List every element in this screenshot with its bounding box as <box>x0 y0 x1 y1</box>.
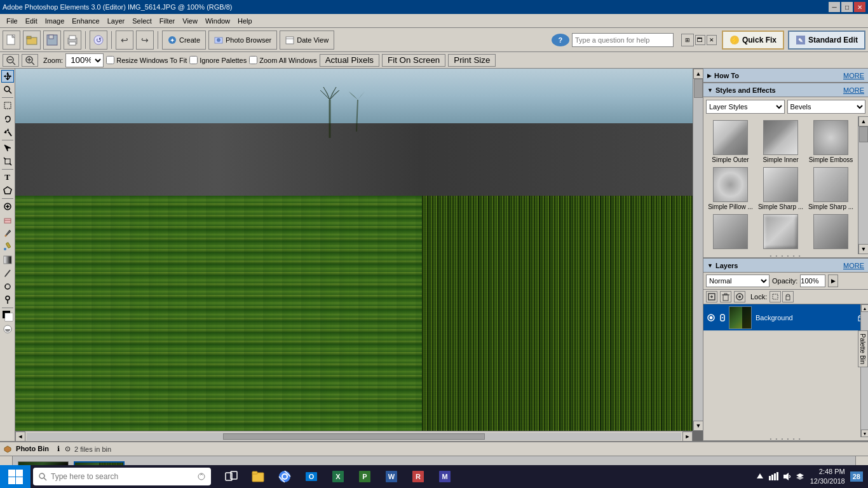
taskbar-notification-badge[interactable]: 28 <box>850 471 863 482</box>
menu-enhance[interactable]: Enhance <box>68 16 103 26</box>
layers-scroll-down[interactable]: ▼ <box>861 430 868 437</box>
taskbar-app-custom1[interactable]: R <box>405 465 431 488</box>
style-item-simple-emboss[interactable]: Simple Emboss <box>808 120 854 163</box>
ignore-palettes-checkbox[interactable] <box>189 56 198 64</box>
opacity-input[interactable] <box>800 274 825 287</box>
layer-item-background[interactable]: Background <box>703 304 868 331</box>
photo-bin-status-icon[interactable]: ⊙ <box>63 445 72 454</box>
zoom-in-button[interactable] <box>22 54 38 67</box>
tool-quick-mask[interactable] <box>1 323 14 336</box>
new-file-button[interactable] <box>3 30 20 50</box>
tool-custom-shape[interactable] <box>1 184 14 197</box>
styles-scroll-track[interactable] <box>858 126 868 244</box>
taskbar-clock[interactable]: 2:48 PM 12/30/2018 <box>810 467 845 487</box>
lock-transparent-button[interactable] <box>770 291 781 302</box>
canvas-vertical-scrollbar[interactable]: ▲ ▼ <box>693 69 703 431</box>
blend-mode-select[interactable]: Normal Dissolve Multiply Screen <box>706 274 770 287</box>
new-layer-button[interactable] <box>706 291 717 302</box>
tool-eraser[interactable] <box>1 214 14 226</box>
style-item-row3b[interactable] <box>757 214 804 250</box>
maximize-button[interactable]: □ <box>841 2 853 12</box>
taskbar-app-word[interactable]: W <box>379 465 404 488</box>
print-button[interactable] <box>64 30 81 50</box>
menu-window[interactable]: Window <box>201 16 234 26</box>
scroll-thumb-vertical[interactable] <box>694 79 703 98</box>
palette-bin-toggle[interactable]: Palette Bin <box>858 330 868 367</box>
menu-layer[interactable]: Layer <box>104 16 129 26</box>
tool-gradient[interactable] <box>1 254 14 266</box>
menu-help[interactable]: Help <box>234 16 256 26</box>
taskbar-app-excel[interactable]: X <box>325 465 351 488</box>
tool-pencil[interactable] <box>1 267 14 280</box>
zoom-select[interactable]: 100%50%200% <box>65 53 104 67</box>
network-icon[interactable] <box>768 472 778 481</box>
how-to-more-button[interactable]: MORE <box>843 72 864 79</box>
scroll-track-vertical[interactable] <box>693 79 703 421</box>
photo-bin-info-icon[interactable]: ℹ <box>54 445 63 454</box>
style-item-row3c[interactable] <box>808 214 854 250</box>
scroll-up-button[interactable]: ▲ <box>693 69 703 79</box>
taskbar-search-input[interactable] <box>51 472 193 481</box>
tool-dodge[interactable] <box>1 294 14 306</box>
scroll-down-button[interactable]: ▼ <box>693 421 703 431</box>
layers-collapse[interactable]: ▼ <box>707 262 713 269</box>
menu-edit[interactable]: Edit <box>22 16 41 26</box>
print-size-button[interactable]: Print Size <box>448 54 496 67</box>
zoom-out-button[interactable] <box>3 54 19 67</box>
styles-category-select[interactable]: Layer Styles Filters Photo Effects <box>706 100 785 114</box>
styles-scroll-down[interactable]: ▼ <box>858 244 868 254</box>
scroll-left-button[interactable]: ◄ <box>15 431 25 442</box>
tool-type[interactable]: T <box>1 171 14 184</box>
opacity-arrow-button[interactable]: ▶ <box>828 274 838 287</box>
style-item-row3a[interactable] <box>707 214 754 250</box>
menu-image[interactable]: Image <box>41 16 69 26</box>
actual-pixels-button[interactable]: Actual Pixels <box>320 54 379 67</box>
fit-on-screen-button[interactable]: Fit On Screen <box>382 54 445 67</box>
undo-button[interactable]: ↩ <box>116 30 133 50</box>
taskbar-app-project[interactable]: P <box>352 465 377 488</box>
scroll-thumb-horizontal[interactable] <box>223 433 485 440</box>
tool-sharpen[interactable] <box>1 280 14 293</box>
go-back-button[interactable]: ↺ <box>90 30 107 50</box>
volume-icon[interactable] <box>782 472 791 481</box>
how-to-collapse-button[interactable]: ▶ <box>707 72 712 79</box>
taskbar-app-chrome[interactable] <box>272 465 297 488</box>
menu-filter[interactable]: Filter <box>156 16 179 26</box>
resize-windows-checkbox[interactable] <box>106 56 114 64</box>
style-item-simple-sharp1[interactable]: Simple Sharp ... <box>757 167 804 210</box>
taskbar-app-custom2[interactable]: M <box>432 465 458 488</box>
taskbar-up-arrow-icon[interactable] <box>756 472 764 481</box>
canvas-image[interactable] <box>15 69 693 431</box>
layer-visibility-toggle[interactable] <box>706 313 716 323</box>
menu-select[interactable]: Select <box>128 16 156 26</box>
styles-effects-collapse[interactable]: ▼ <box>707 87 713 93</box>
tool-rectangular-marquee[interactable] <box>1 99 14 112</box>
open-file-button[interactable] <box>23 30 41 50</box>
start-button[interactable] <box>0 465 31 488</box>
tool-brush[interactable] <box>1 227 14 240</box>
menu-file[interactable]: File <box>3 16 22 26</box>
restore-button[interactable]: 🗔 <box>695 35 705 45</box>
menu-view[interactable]: View <box>179 16 201 26</box>
lock-image-button[interactable] <box>782 291 794 302</box>
tool-crop[interactable] <box>1 155 14 168</box>
styles-effects-more-button[interactable]: MORE <box>843 86 864 94</box>
style-item-simple-sharp2[interactable]: Simple Sharp ... <box>808 167 854 210</box>
layer-style-button[interactable] <box>734 291 745 302</box>
scroll-right-button[interactable]: ► <box>682 431 693 442</box>
tool-lasso[interactable] <box>1 112 14 125</box>
styles-scroll-thumb[interactable] <box>859 126 868 142</box>
style-item-simple-outer[interactable]: Simple Outer <box>707 120 754 163</box>
styles-resize-handle[interactable]: • • • • • • <box>703 254 868 258</box>
grid-view-button[interactable]: ⊞ <box>681 34 694 46</box>
create-button[interactable]: ✦ Create <box>162 30 206 50</box>
help-button[interactable]: ? <box>552 34 569 46</box>
tool-zoom[interactable] <box>1 83 14 96</box>
close-button[interactable]: ✕ <box>854 2 865 12</box>
tool-magic-wand[interactable] <box>1 126 14 139</box>
taskbar-app-outlook[interactable]: O <box>299 465 324 488</box>
minimize-button[interactable]: ─ <box>829 2 840 12</box>
zoom-all-checkbox[interactable] <box>249 56 257 64</box>
tool-healing-brush[interactable] <box>1 200 14 213</box>
save-button[interactable] <box>43 30 61 50</box>
